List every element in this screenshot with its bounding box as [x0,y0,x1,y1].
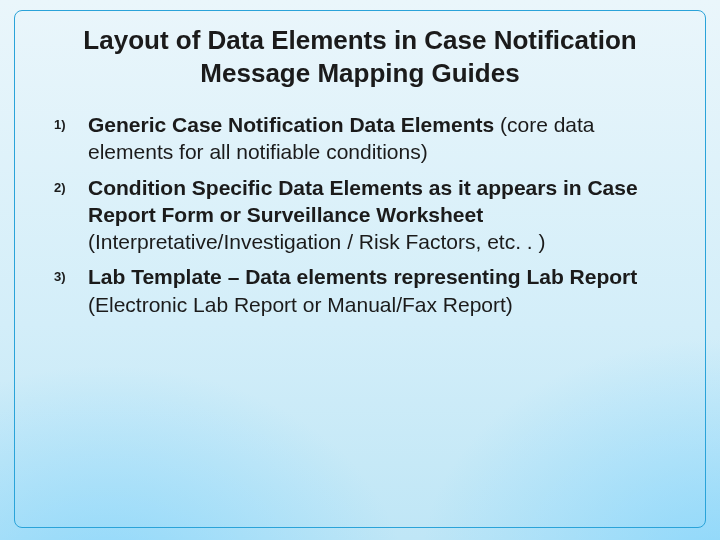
list-body: Lab Template – Data elements representin… [88,263,676,318]
list-strong: Generic Case Notification Data Elements [88,113,494,136]
numbered-list: 1) Generic Case Notification Data Elemen… [54,111,676,318]
list-number: 3) [54,263,88,284]
list-rest: (Electronic Lab Report or Manual/Fax Rep… [88,293,513,316]
slide-title: Layout of Data Elements in Case Notifica… [74,24,646,89]
list-number: 1) [54,111,88,132]
list-item: 2) Condition Specific Data Elements as i… [54,174,676,256]
list-item: 3) Lab Template – Data elements represen… [54,263,676,318]
list-body: Condition Specific Data Elements as it a… [88,174,676,256]
list-item: 1) Generic Case Notification Data Elemen… [54,111,676,166]
list-strong: Condition Specific Data Elements as it a… [88,176,638,226]
list-rest: (Interpretative/Investigation / Risk Fac… [88,230,546,253]
list-strong: Lab Template – Data elements representin… [88,265,637,288]
list-number: 2) [54,174,88,195]
slide-content: Layout of Data Elements in Case Notifica… [34,24,686,516]
list-body: Generic Case Notification Data Elements … [88,111,676,166]
